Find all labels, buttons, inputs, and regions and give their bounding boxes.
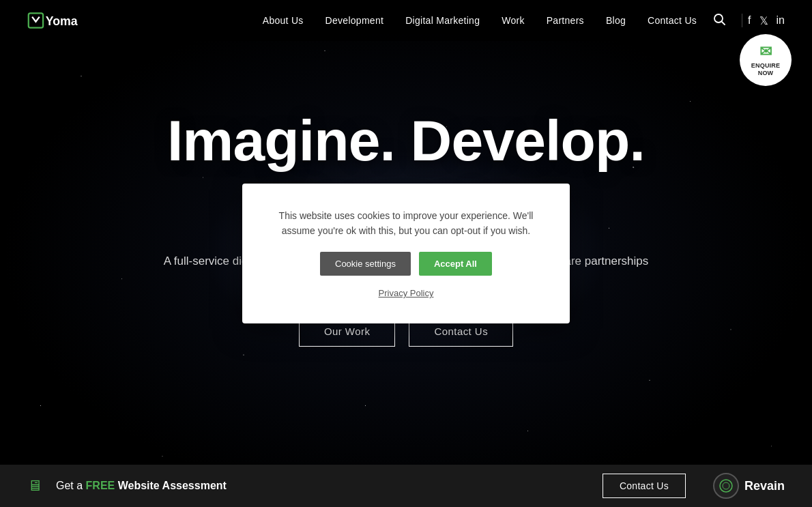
- twitter-icon[interactable]: 𝕏: [759, 14, 768, 27]
- nav-link-development[interactable]: Development: [325, 15, 384, 26]
- revain-label: Revain: [744, 479, 785, 493]
- nav-item-partners[interactable]: Partners: [547, 14, 584, 27]
- search-icon[interactable]: [713, 13, 725, 28]
- revain-icon: [713, 473, 739, 499]
- revain-branding: Revain: [713, 473, 785, 499]
- linkedin-icon[interactable]: in: [777, 14, 785, 27]
- nav-item-digital-marketing[interactable]: Digital Marketing: [405, 14, 480, 27]
- cookie-modal: This website uses cookies to improve you…: [242, 184, 570, 324]
- assessment-label: Website Assessment: [118, 480, 227, 491]
- nav-link-blog[interactable]: Blog: [606, 15, 626, 26]
- navbar: Yoma About Us Development Digital Market…: [0, 0, 812, 41]
- nav-item-blog[interactable]: Blog: [606, 14, 626, 27]
- nav-link-work[interactable]: Work: [502, 15, 525, 26]
- social-links: f 𝕏 in: [748, 14, 785, 27]
- bottom-contact-button[interactable]: Contact Us: [603, 474, 686, 498]
- monitor-icon: 🖥: [27, 477, 42, 495]
- nav-link-digital-marketing[interactable]: Digital Marketing: [405, 15, 480, 26]
- nav-item-contact[interactable]: Contact Us: [648, 14, 697, 27]
- cookie-message: This website uses cookies to improve you…: [272, 208, 540, 239]
- svg-point-2: [714, 14, 723, 23]
- svg-point-5: [723, 482, 729, 489]
- svg-line-3: [722, 22, 725, 25]
- envelope-icon: ✉: [759, 43, 772, 61]
- nav-item-work[interactable]: Work: [502, 14, 525, 27]
- svg-point-4: [720, 480, 732, 492]
- hero-title-line1: Imagine. Develop.: [167, 108, 645, 173]
- nav-link-contact[interactable]: Contact Us: [648, 15, 697, 26]
- cookie-buttons: Cookie settings Accept All: [272, 252, 540, 276]
- nav-link-about[interactable]: About Us: [263, 15, 304, 26]
- facebook-icon[interactable]: f: [748, 14, 751, 27]
- nav-links: About Us Development Digital Marketing W…: [263, 14, 697, 27]
- nav-divider: [742, 14, 742, 27]
- cookie-settings-button[interactable]: Cookie settings: [320, 252, 411, 276]
- svg-text:Yoma: Yoma: [46, 14, 78, 28]
- accept-all-button[interactable]: Accept All: [419, 252, 492, 276]
- privacy-policy-link[interactable]: Privacy Policy: [379, 288, 434, 298]
- logo-svg: Yoma: [27, 10, 100, 31]
- logo[interactable]: Yoma: [27, 10, 100, 31]
- nav-link-partners[interactable]: Partners: [547, 15, 584, 26]
- nav-item-about[interactable]: About Us: [263, 14, 304, 27]
- bottom-bar: 🖥 Get a FREE Website Assessment Contact …: [0, 465, 812, 507]
- nav-item-development[interactable]: Development: [325, 14, 384, 27]
- enquire-now-button[interactable]: ✉ EnquireNow: [740, 34, 792, 86]
- free-label: FREE: [86, 480, 115, 491]
- bottom-bar-text: Get a FREE Website Assessment: [56, 480, 592, 492]
- enquire-label: EnquireNow: [751, 62, 780, 77]
